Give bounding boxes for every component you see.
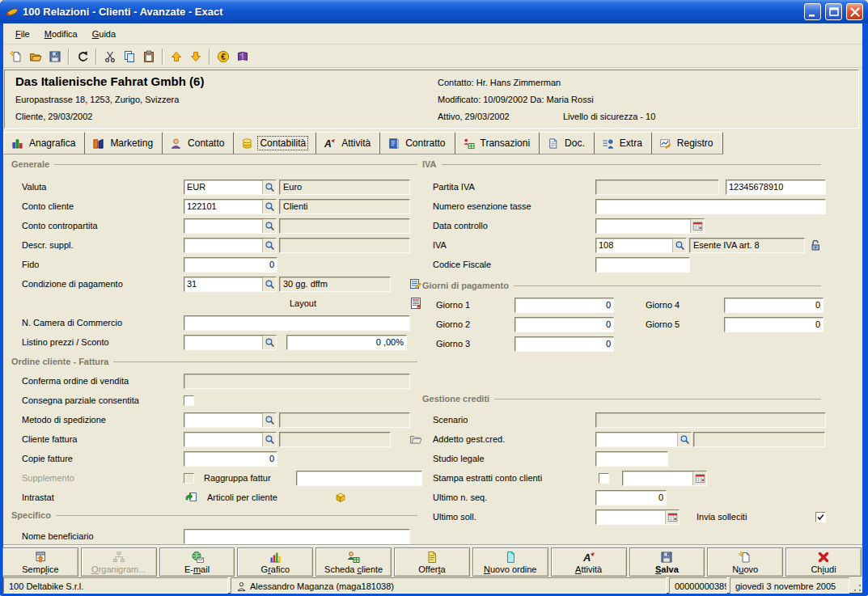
security-level: Livello di sicurezza - 10 [563, 112, 655, 121]
toolbar-separator [95, 49, 97, 65]
giorno-4-input[interactable] [724, 298, 824, 313]
invia-solleciti-checkbox[interactable] [815, 512, 826, 522]
resize-grip[interactable] [852, 577, 862, 594]
field-metodo-spedizione: Metodo di spedizione [8, 412, 422, 428]
calendar-icon [667, 512, 678, 522]
condizione-input[interactable] [184, 277, 262, 291]
camera-commercio-input[interactable] [184, 315, 410, 331]
listino-input[interactable] [184, 336, 262, 349]
valuta-lookup-button[interactable] [262, 180, 276, 194]
menu-guida[interactable]: Guida [85, 27, 123, 41]
data-controllo-input[interactable] [596, 219, 690, 233]
conto-cliente-input[interactable] [184, 200, 262, 213]
ultimo-soll-input[interactable] [596, 510, 665, 524]
scheda-cliente-button[interactable]: Scheda cliente [315, 547, 392, 577]
studio-legale-input[interactable] [595, 451, 668, 467]
undo-button[interactable] [73, 47, 92, 66]
tab-transazioni[interactable]: Transazioni [455, 132, 540, 154]
open-button[interactable] [26, 47, 45, 66]
cliente-fattura-input[interactable] [184, 433, 262, 446]
close-button[interactable] [846, 3, 863, 20]
giorno-2-input[interactable] [514, 317, 614, 332]
maximize-button[interactable] [825, 3, 842, 20]
spedizione-input[interactable] [184, 413, 262, 427]
stampa-estratti-calendar-button[interactable] [692, 471, 706, 485]
field-cliente-fattura: Cliente fattura [8, 431, 422, 447]
nuovo-ordine-button[interactable]: Nuovo ordine [472, 547, 548, 577]
tab-contatto[interactable]: Contatto [163, 132, 234, 154]
condizione-lookup-button[interactable] [262, 277, 276, 291]
help-book-button[interactable] [233, 47, 252, 66]
semplice-button[interactable]: Semplice [2, 547, 78, 577]
minimize-button[interactable] [804, 3, 821, 20]
tab-attivita[interactable]: Attività [316, 132, 380, 154]
cliente-fattura-lookup-button[interactable] [262, 433, 276, 446]
tab-contratto[interactable]: Contratto [380, 132, 455, 154]
spedizione-lookup-button[interactable] [262, 413, 276, 427]
iva-code-input[interactable] [596, 239, 672, 252]
save-icon [660, 551, 673, 564]
articoli-per-cliente-button[interactable] [334, 491, 348, 505]
iva-lookup-button[interactable] [672, 239, 686, 252]
raggruppa-fatture-input[interactable] [296, 471, 422, 486]
nuovo-button[interactable]: Nuovo [707, 547, 783, 577]
tab-extra[interactable]: Extra [595, 132, 652, 154]
conto-contropartita-lookup-button[interactable] [262, 219, 276, 233]
copy-button[interactable] [120, 47, 139, 66]
document-icon [547, 137, 559, 150]
stampa-estratti-date-input[interactable] [623, 471, 692, 485]
menu-modifica[interactable]: Modifica [37, 27, 85, 41]
move-up-button[interactable] [167, 47, 186, 66]
addetto-input[interactable] [596, 433, 677, 446]
field-scenario: Scenario [419, 412, 826, 428]
tab-doc[interactable]: Doc. [540, 132, 595, 154]
euro-button[interactable] [214, 47, 233, 66]
conto-contropartita-input[interactable] [184, 219, 262, 233]
field-esenzione-tasse: Numero esenzione tasse [419, 198, 826, 214]
ultimo-seq-input[interactable] [595, 490, 667, 505]
valuta-input[interactable] [184, 180, 262, 194]
menu-file[interactable]: File [8, 27, 37, 41]
esenzione-tasse-input[interactable] [595, 199, 826, 214]
tab-registro[interactable]: Registro [652, 132, 723, 154]
paste-button[interactable] [139, 47, 159, 66]
giorno-1-input[interactable] [514, 298, 614, 313]
padlock-icon [809, 239, 822, 252]
stampa-estratti-checkbox[interactable] [599, 473, 609, 484]
move-down-button[interactable] [186, 47, 205, 66]
attivita-button[interactable]: Attività [551, 547, 627, 577]
save-button[interactable] [45, 47, 65, 66]
descr-suppl-lookup-button[interactable] [262, 239, 276, 252]
cut-button[interactable] [100, 47, 120, 66]
consegna-parziale-checkbox[interactable] [184, 395, 194, 406]
codice-fiscale-input[interactable] [595, 257, 690, 273]
iva-desc: Esente IVA art. 8 [689, 238, 805, 253]
email-button[interactable]: E-mail [159, 547, 235, 577]
sconto-input[interactable] [286, 335, 407, 350]
grafico-button[interactable]: Grafico [237, 547, 313, 577]
tab-marketing[interactable]: Marketing [85, 132, 163, 154]
ultimo-soll-calendar-button[interactable] [665, 510, 679, 524]
calendar-icon [692, 221, 703, 231]
coins-icon [241, 137, 253, 150]
descr-suppl-input[interactable] [184, 239, 262, 252]
intrastat-button[interactable] [184, 491, 197, 505]
new-document-button[interactable] [6, 47, 26, 66]
listino-lookup-button[interactable] [262, 336, 276, 349]
fido-input[interactable] [184, 257, 277, 273]
app-icon [6, 6, 19, 19]
partita-iva-input[interactable] [726, 180, 826, 195]
giorno-3-input[interactable] [514, 336, 614, 352]
copie-fatture-input[interactable] [184, 451, 277, 467]
giorno-5-input[interactable] [724, 317, 824, 332]
data-controllo-calendar-button[interactable] [690, 219, 704, 233]
tab-contabilita[interactable]: Contabilità [234, 132, 316, 154]
offerta-button[interactable]: Offerta [394, 547, 470, 577]
nome-beneficiario-input[interactable] [184, 529, 410, 544]
chiudi-button[interactable]: Chiudi [785, 547, 862, 577]
salva-button[interactable]: Salva [629, 547, 705, 577]
conto-cliente-lookup-button[interactable] [262, 200, 276, 213]
addetto-lookup-button[interactable] [677, 433, 691, 446]
tab-anagrafica[interactable]: Anagrafica [3, 132, 85, 154]
iva-lock-button[interactable] [808, 239, 822, 252]
